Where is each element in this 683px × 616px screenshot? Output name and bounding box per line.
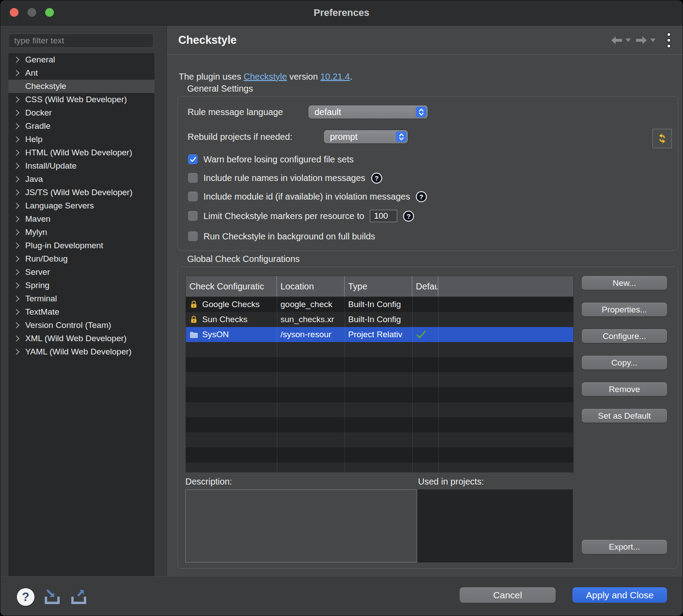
- help-icon[interactable]: ?: [403, 211, 414, 222]
- sidebar-item-spring[interactable]: Spring: [8, 279, 154, 292]
- version-link[interactable]: 10.21.4: [320, 72, 350, 81]
- sidebar-item-css[interactable]: CSS (Wild Web Developer): [8, 93, 154, 106]
- checkbox-row-background-builds: Run Checkstyle in background on full bui…: [188, 230, 375, 243]
- column-header-check-configuration[interactable]: Check Configuratic: [186, 276, 277, 296]
- lock-icon: [189, 300, 198, 309]
- arrow-left-icon: [610, 35, 623, 45]
- include-module-id-checkbox[interactable]: [188, 192, 198, 201]
- rebuild-projects-select[interactable]: prompt: [324, 130, 408, 143]
- table-row-syson[interactable]: SysON /syson-resour Project Relativ: [186, 327, 573, 342]
- preferences-sidebar: General Ant Checkstyle CSS (Wild Web Dev…: [0, 26, 167, 576]
- sidebar-item-plug-in-development[interactable]: Plug-in Development: [8, 239, 154, 252]
- chevron-right-icon: [13, 229, 19, 235]
- sidebar-item-version-control[interactable]: Version Control (Team): [8, 319, 154, 332]
- page-title: Checkstyle: [178, 34, 237, 46]
- sidebar-item-yaml[interactable]: YAML (Wild Web Developer): [8, 345, 154, 358]
- table-row-sun-checks[interactable]: Sun Checks sun_checks.xr Built-In Config: [186, 312, 573, 327]
- chevron-right-icon: [13, 296, 19, 302]
- up-down-stepper-icon: [416, 107, 426, 117]
- chevron-right-icon: [13, 136, 19, 142]
- window-title: Preferences: [0, 0, 683, 25]
- warn-before-losing-checkbox[interactable]: [188, 154, 198, 164]
- sidebar-item-help[interactable]: Help: [8, 133, 154, 146]
- column-header-default[interactable]: Defau: [412, 276, 438, 296]
- sidebar-item-js-ts[interactable]: JS/TS (Wild Web Developer): [8, 186, 154, 199]
- question-mark-circle-icon: ?: [22, 590, 30, 604]
- sidebar-item-java[interactable]: Java: [8, 173, 154, 186]
- sidebar-item-install-update[interactable]: Install/Update: [8, 159, 154, 173]
- chevron-right-icon: [13, 110, 19, 116]
- chevron-right-icon: [13, 70, 19, 76]
- rule-message-language-label: Rule message language: [188, 107, 283, 117]
- column-header-location[interactable]: Location: [277, 276, 345, 296]
- chevron-right-icon: [13, 216, 19, 222]
- chevron-right-icon: [13, 96, 19, 103]
- description-label: Description:: [185, 477, 232, 487]
- help-icon[interactable]: ?: [416, 191, 427, 202]
- folder-icon: [189, 330, 198, 339]
- checkstyle-preference-page: Checkstyle The plugin uses Checkstyle ve…: [167, 26, 683, 576]
- import-preferences-icon[interactable]: [42, 587, 62, 608]
- sidebar-item-docker[interactable]: Docker: [8, 106, 154, 119]
- sidebar-item-terminal[interactable]: Terminal: [8, 292, 154, 305]
- chevron-right-icon: [13, 256, 19, 262]
- checkstyle-link[interactable]: Checkstyle: [244, 72, 287, 81]
- sidebar-item-server[interactable]: Server: [8, 266, 154, 279]
- preference-tree: General Ant Checkstyle CSS (Wild Web Dev…: [8, 53, 154, 576]
- chevron-right-icon: [13, 57, 19, 63]
- forward-history-dropdown-icon[interactable]: [650, 38, 656, 42]
- copy-button[interactable]: Copy...: [582, 356, 667, 370]
- remove-button[interactable]: Remove: [582, 382, 667, 396]
- sidebar-item-textmate[interactable]: TextMate: [8, 305, 154, 319]
- apply-and-close-button[interactable]: Apply and Close: [572, 587, 667, 603]
- table-header: Check Configuratic Location Type Defau: [185, 276, 574, 297]
- set-as-default-button[interactable]: Set as Default: [582, 409, 667, 423]
- preferences-window: Preferences General Ant Checkstyle CSS (…: [0, 0, 683, 616]
- new-button[interactable]: New...: [582, 276, 667, 290]
- forward-button[interactable]: [635, 35, 656, 45]
- filter-input[interactable]: [8, 34, 153, 48]
- sidebar-item-ant[interactable]: Ant: [8, 66, 154, 80]
- sidebar-item-gradle[interactable]: Gradle: [8, 119, 154, 133]
- export-preferences-icon[interactable]: [69, 587, 89, 608]
- sync-button[interactable]: [652, 129, 672, 148]
- back-button[interactable]: [610, 35, 631, 45]
- limit-markers-checkbox[interactable]: [188, 211, 198, 221]
- global-check-configurations-label: Global Check Configurations: [187, 254, 300, 264]
- sidebar-item-checkstyle[interactable]: Checkstyle: [8, 80, 154, 93]
- help-button[interactable]: ?: [17, 588, 35, 606]
- table-body: Google Checks google_check Built-In Conf…: [185, 297, 574, 473]
- used-in-projects-list: [417, 489, 573, 562]
- chevron-right-icon: [13, 189, 19, 196]
- help-icon[interactable]: ?: [371, 173, 382, 184]
- configure-button[interactable]: Configure...: [582, 329, 667, 343]
- general-settings-group: Rule message language default Rebuild pr…: [177, 96, 678, 251]
- chevron-right-icon: [13, 309, 19, 315]
- dialog-footer: ? Cancel Apply and Close: [0, 576, 683, 616]
- checkbox-row-rule-names: Include rule names in violation messages…: [188, 172, 382, 184]
- sidebar-item-maven[interactable]: Maven: [8, 212, 154, 226]
- rule-message-language-select[interactable]: default: [308, 105, 428, 119]
- sidebar-item-html[interactable]: HTML (Wild Web Developer): [8, 146, 154, 159]
- properties-button[interactable]: Properties...: [582, 303, 667, 316]
- cancel-button[interactable]: Cancel: [460, 587, 556, 603]
- check-configurations-table: Check Configuratic Location Type Defau G…: [185, 276, 574, 473]
- column-header-type[interactable]: Type: [345, 276, 412, 296]
- run-in-background-checkbox[interactable]: [188, 231, 198, 241]
- chevron-right-icon: [13, 335, 19, 342]
- chevron-right-icon: [13, 282, 19, 289]
- used-in-projects-label: Used in projects:: [418, 477, 484, 487]
- back-history-dropdown-icon[interactable]: [625, 38, 631, 42]
- view-menu-button[interactable]: [667, 32, 671, 48]
- table-row-google-checks[interactable]: Google Checks google_check Built-In Conf…: [186, 297, 573, 312]
- sidebar-item-language-servers[interactable]: Language Servers: [8, 199, 154, 212]
- include-rule-names-checkbox[interactable]: [188, 173, 198, 183]
- chevron-right-icon: [13, 150, 19, 156]
- sidebar-item-general[interactable]: General: [8, 53, 154, 66]
- sidebar-item-xml[interactable]: XML (Wild Web Developer): [8, 332, 154, 345]
- sidebar-item-mylyn[interactable]: Mylyn: [8, 226, 154, 239]
- limit-markers-input[interactable]: [370, 210, 397, 222]
- sidebar-item-run-debug[interactable]: Run/Debug: [8, 252, 154, 266]
- column-header-spacer: [438, 276, 573, 296]
- export-button[interactable]: Export...: [582, 540, 667, 554]
